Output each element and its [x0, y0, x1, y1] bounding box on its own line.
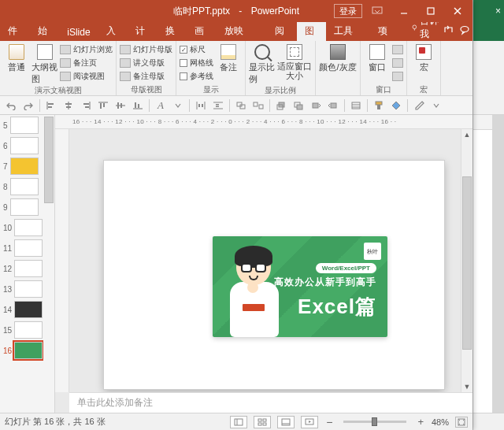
qat-distribute-v[interactable] — [210, 98, 226, 113]
qat-bring-front[interactable] — [273, 98, 289, 113]
qat-align-bottom[interactable] — [130, 98, 146, 113]
group-presentation-views: 普通 大纲视图 幻灯片浏览 备注页 阅读视图 演示文稿视图 — [0, 41, 117, 95]
window-button[interactable]: 窗口 — [364, 43, 391, 73]
fit-to-window-button[interactable] — [455, 417, 468, 428]
qat-format-painter[interactable] — [371, 98, 387, 113]
zoom-value[interactable]: 48% — [432, 417, 449, 427]
svg-rect-13 — [66, 106, 71, 108]
move-split-button[interactable] — [392, 70, 403, 83]
minimize-button[interactable] — [392, 2, 416, 20]
view-slideshow-button[interactable] — [301, 416, 318, 428]
vertical-scrollbar[interactable]: ▲ ▼ — [461, 129, 472, 392]
svg-point-7 — [461, 27, 469, 32]
qat-undo[interactable] — [3, 98, 19, 113]
share-button[interactable] — [440, 21, 457, 41]
ruler-checkbox[interactable]: ✓标尺 — [180, 43, 213, 56]
qat-align-middle-v[interactable] — [113, 98, 128, 113]
reading-view-button[interactable]: 阅读视图 — [60, 70, 113, 83]
handout-master-button[interactable]: 讲义母版 — [120, 57, 172, 69]
slide-pill: Word/Excel/PPT — [316, 263, 376, 273]
cascade-button[interactable] — [392, 57, 403, 69]
qat-align-top[interactable] — [95, 98, 111, 113]
qat-font-dropdown[interactable] — [170, 98, 186, 113]
svg-rect-42 — [313, 103, 318, 108]
qat-send-backward[interactable] — [325, 98, 341, 113]
qat-font[interactable]: A — [153, 98, 169, 113]
view-reading-button[interactable] — [277, 416, 295, 428]
ribbon: 普通 大纲视图 幻灯片浏览 备注页 阅读视图 演示文稿视图 幻灯片母版 讲义母版… — [0, 41, 472, 96]
macros-button[interactable]: 宏 — [410, 43, 437, 73]
svg-point-5 — [413, 25, 417, 29]
new-window-button[interactable] — [392, 43, 403, 56]
slide-thumbnails[interactable]: 5678910111213141516 — [0, 115, 55, 413]
normal-view-button[interactable]: 普通 — [3, 43, 30, 73]
scroll-up-icon[interactable]: ▲ — [461, 129, 472, 140]
qat-selection-pane[interactable] — [348, 98, 364, 113]
qat-shape-fill[interactable] — [388, 98, 404, 113]
fit-window-button[interactable]: 适应窗口大小 — [277, 43, 312, 80]
qat-align-center-h[interactable] — [61, 98, 76, 113]
svg-rect-32 — [216, 104, 219, 106]
fit-icon — [287, 44, 302, 60]
svg-rect-53 — [258, 423, 261, 425]
zoom-in-button[interactable]: + — [416, 416, 425, 428]
svg-rect-43 — [331, 103, 336, 108]
login-button[interactable]: 登录 — [334, 4, 362, 18]
slide-content[interactable]: 秋叶 Word/Excel/PPT 高效办公从新手到高手 Excel篇 — [213, 236, 387, 337]
thumb-scrollbar[interactable] — [43, 115, 54, 413]
excel-window-sliver: × — [472, 0, 504, 430]
slide-canvas[interactable]: 秋叶 Word/Excel/PPT 高效办公从新手到高手 Excel篇 — [69, 129, 472, 392]
excel-tabs[interactable] — [473, 22, 504, 41]
qat-send-back[interactable] — [291, 98, 306, 113]
view-sorter-button[interactable] — [254, 416, 271, 428]
excel-statusbar — [473, 413, 504, 430]
excel-close-button[interactable]: × — [495, 6, 501, 17]
horizontal-ruler[interactable]: 16 · · · 14 · · · 12 · · · 10 · · · 8 · … — [55, 115, 472, 129]
zoom-button[interactable]: 显示比例 — [249, 43, 276, 85]
svg-rect-33 — [216, 106, 219, 107]
qat-group[interactable] — [233, 98, 249, 113]
notes-page-button[interactable]: 备注页 — [60, 57, 113, 69]
slide-page[interactable]: 秋叶 Word/Excel/PPT 高效办公从新手到高手 Excel篇 — [104, 161, 444, 389]
titlebar: 临时PPT.pptx - PowerPoint 登录 — [0, 0, 472, 22]
qat-align-left[interactable] — [43, 98, 59, 113]
outline-view-button[interactable]: 大纲视图 — [32, 43, 58, 85]
group-window: 窗口 窗口 — [361, 41, 407, 95]
handout-master-icon — [120, 58, 131, 68]
gridlines-checkbox[interactable]: 网格线 — [180, 57, 213, 69]
qat-distribute-h[interactable] — [193, 98, 209, 113]
svg-rect-51 — [258, 419, 261, 421]
tab-islide[interactable]: iSlide — [59, 24, 98, 41]
group-zoom: 显示比例 适应窗口大小 显示比例 — [246, 41, 316, 95]
svg-rect-47 — [376, 102, 382, 105]
view-normal-button[interactable] — [230, 416, 247, 428]
svg-rect-25 — [138, 104, 139, 108]
color-grayscale-button[interactable]: 颜色/灰度 — [319, 43, 357, 73]
excel-ribbon — [473, 41, 504, 115]
zoom-slider[interactable] — [343, 421, 406, 423]
maximize-button[interactable] — [419, 2, 443, 20]
qat-more[interactable] — [428, 98, 444, 113]
zoom-out-button[interactable]: − — [324, 416, 334, 428]
close-button[interactable] — [446, 2, 469, 20]
guides-checkbox[interactable]: 参考线 — [180, 70, 213, 83]
slide-sorter-button[interactable]: 幻灯片浏览 — [60, 43, 113, 56]
scroll-thumb[interactable] — [462, 176, 472, 350]
qat-align-right[interactable] — [78, 98, 94, 113]
svg-rect-41 — [297, 105, 302, 109]
notes-master-button[interactable]: 备注母版 — [120, 70, 172, 83]
vertical-ruler[interactable] — [55, 129, 69, 392]
ribbon-options-button[interactable] — [365, 2, 389, 20]
svg-rect-12 — [65, 103, 72, 105]
slide-master-button[interactable]: 幻灯片母版 — [120, 43, 172, 56]
scroll-down-icon[interactable]: ▼ — [461, 381, 472, 392]
notes-pane[interactable]: 单击此处添加备注 — [69, 392, 472, 413]
qat-ungroup[interactable] — [250, 98, 266, 113]
excel-sheet[interactable] — [473, 115, 504, 413]
comments-button[interactable] — [456, 21, 472, 41]
qat-bring-forward[interactable] — [308, 98, 324, 113]
notes-button[interactable]: 备注 — [215, 43, 242, 73]
qat-redo[interactable] — [20, 98, 36, 113]
svg-rect-49 — [235, 419, 243, 425]
qat-eyedropper[interactable] — [411, 98, 427, 113]
